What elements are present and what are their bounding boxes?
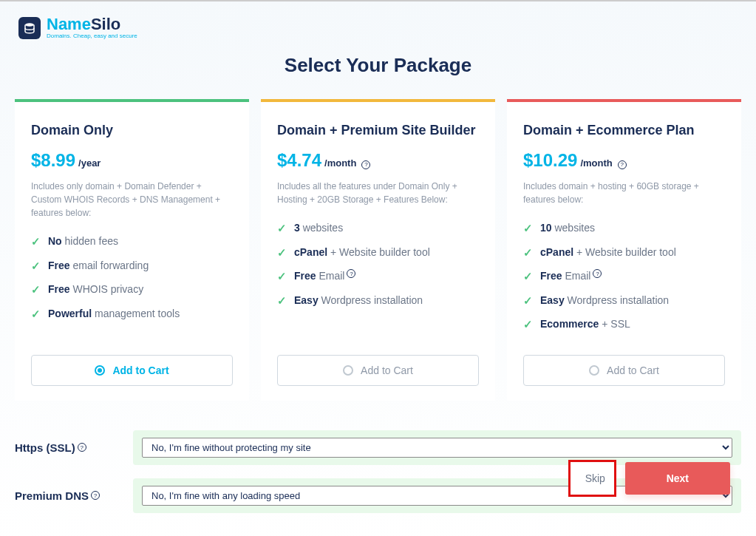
package-desc: Includes domain + hosting + 60GB storage… [523, 180, 725, 206]
dns-label: Premium DNS [15, 489, 89, 502]
add-to-cart-button[interactable]: Add to Cart [31, 355, 233, 386]
feature-item: ✓Easy Wordpress installation [277, 292, 479, 308]
page-title: Select Your Package [15, 54, 741, 77]
check-icon: ✓ [31, 306, 41, 322]
add-to-cart-button[interactable]: Add to Cart [277, 355, 479, 386]
logo-icon [18, 17, 41, 39]
package-period: /month [324, 157, 356, 169]
package-price: $10.29 [523, 150, 577, 171]
help-icon[interactable]: ? [593, 269, 602, 278]
feature-item: ✓Free WHOIS privacy [31, 281, 233, 297]
svg-point-0 [25, 23, 34, 27]
ssl-select[interactable]: No, I'm fine without protecting my site [142, 438, 732, 458]
feature-item: ✓Powerful management tools [31, 305, 233, 322]
check-icon: ✓ [31, 234, 41, 249]
check-icon: ✓ [523, 220, 533, 236]
package-ecommerce: Domain + Ecommerce Plan $10.29 /month ? … [507, 99, 741, 401]
feature-item: ✓cPanel + Website builder tool [277, 244, 479, 260]
check-icon: ✓ [523, 268, 533, 284]
feature-item: ✓3 websites [277, 220, 479, 236]
package-title: Domain Only [31, 123, 233, 138]
packages-row: Domain Only $8.99 /year Includes only do… [15, 99, 741, 401]
feature-item: ✓Ecommerce + SSL [523, 316, 725, 332]
package-price: $8.99 [31, 150, 75, 171]
check-icon: ✓ [523, 293, 533, 308]
radio-icon [343, 365, 353, 376]
radio-icon [95, 365, 105, 376]
help-icon[interactable]: ? [361, 160, 370, 169]
footer-buttons: Skip Next [568, 460, 730, 497]
feature-item: ✓Free Email? [277, 268, 479, 284]
package-price: $4.74 [277, 150, 321, 171]
package-premium-site-builder: Domain + Premium Site Builder $4.74 /mon… [261, 99, 495, 401]
check-icon: ✓ [523, 245, 533, 260]
package-period: /month [580, 157, 612, 169]
radio-icon [589, 365, 599, 376]
check-icon: ✓ [523, 316, 533, 332]
check-icon: ✓ [277, 268, 287, 284]
help-icon[interactable]: ? [91, 491, 100, 500]
check-icon: ✓ [31, 258, 41, 274]
feature-list: ✓3 websites ✓cPanel + Website builder to… [277, 220, 479, 340]
package-period: /year [78, 157, 101, 169]
help-icon[interactable]: ? [618, 160, 627, 169]
package-title: Domain + Ecommerce Plan [523, 123, 725, 138]
skip-button[interactable]: Skip [568, 460, 616, 497]
feature-item: ✓No hidden fees [31, 233, 233, 249]
check-icon: ✓ [277, 293, 287, 308]
check-icon: ✓ [277, 245, 287, 260]
next-button[interactable]: Next [625, 462, 730, 495]
feature-item: ✓Free email forwarding [31, 257, 233, 274]
logo-name-second: Silo [91, 15, 120, 33]
logo-tagline: Domains. Cheap, easy and secure [47, 33, 137, 39]
feature-item: ✓10 websites [523, 220, 725, 236]
help-icon[interactable]: ? [347, 269, 355, 278]
feature-item: ✓Free Email? [523, 268, 725, 284]
check-icon: ✓ [277, 220, 287, 236]
package-desc: Includes all the features under Domain O… [277, 180, 479, 206]
ssl-label: Https (SSL) [15, 441, 75, 454]
package-desc: Includes only domain + Domain Defender +… [31, 180, 233, 220]
logo: NameSilo Domains. Cheap, easy and secure [15, 16, 741, 39]
logo-name-first: Name [47, 15, 91, 33]
add-to-cart-button[interactable]: Add to Cart [523, 355, 725, 386]
check-icon: ✓ [31, 282, 41, 297]
help-icon[interactable]: ? [78, 443, 86, 452]
feature-list: ✓10 websites ✓cPanel + Website builder t… [523, 220, 725, 340]
package-title: Domain + Premium Site Builder [277, 123, 479, 138]
feature-item: ✓cPanel + Website builder tool [523, 244, 725, 260]
package-domain-only: Domain Only $8.99 /year Includes only do… [15, 99, 249, 401]
feature-list: ✓No hidden fees ✓Free email forwarding ✓… [31, 233, 233, 340]
feature-item: ✓Easy Wordpress installation [523, 292, 725, 308]
